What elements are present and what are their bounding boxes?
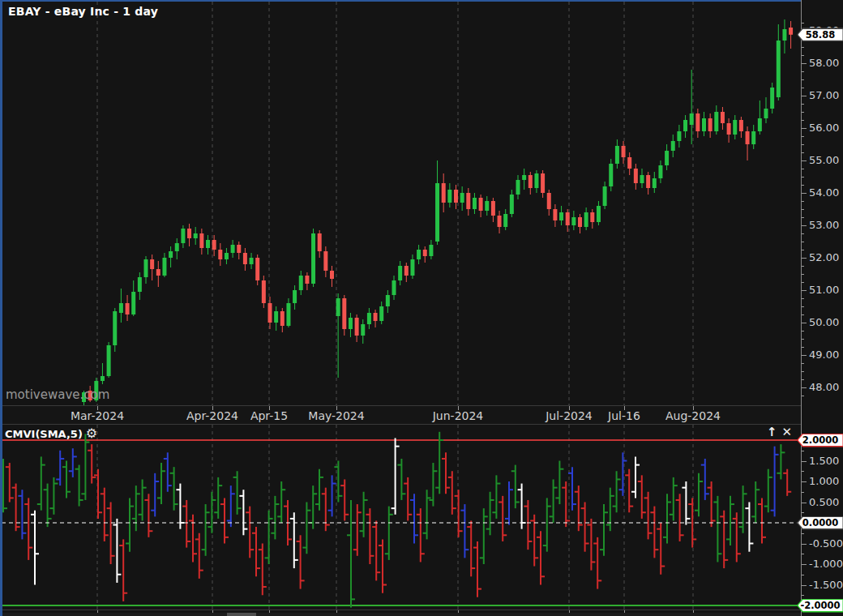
axis-tick [802,575,804,575]
candle [522,175,526,180]
axis-tick [802,492,804,493]
candle [498,216,502,227]
price-chart-pane[interactable] [2,2,801,405]
price-axis[interactable]: 58.88 2.0000 0.0000 -2.0000 59.0058.0057… [801,0,843,616]
price-axis-label: 52.00 [809,251,843,264]
axis-tick [802,314,804,315]
candle [367,313,371,324]
candle [683,120,687,131]
price-axis-label: 48.00 [809,381,843,394]
axis-tick [802,544,807,545]
candle [770,88,774,109]
candle [695,113,700,131]
candle [590,212,594,222]
x-axis-label: Aug-2024 [657,409,730,422]
candle [156,269,160,276]
time-axis[interactable]: Mar-2024Apr-2024Apr-15May-2024Jun-2024Ju… [0,405,801,425]
axis-tick [802,298,804,299]
x-axis-label: Jun-2024 [422,409,494,422]
candle [150,259,154,269]
price-axis-label: 57.00 [809,89,843,102]
candle [634,169,638,183]
lower-guide-badge: -2.0000 [797,599,843,613]
axis-tick [802,363,804,364]
candle [237,245,241,253]
move-up-icon[interactable]: ↑ [767,425,777,439]
candle [349,318,353,329]
candle [126,303,130,314]
axis-tick [802,481,807,482]
indicator-axis-label: 1.000 [809,475,843,488]
candle [690,113,694,125]
candle [777,41,781,97]
x-axis-label: Mar-2024 [61,409,134,422]
axis-tick [802,112,804,113]
candle [218,250,222,259]
candle [714,112,718,131]
candle [733,120,737,135]
candle [194,233,198,238]
candle [466,193,470,209]
candle [429,245,433,256]
price-axis-label: 54.00 [809,186,843,199]
candle [578,217,582,227]
axis-tick [802,347,804,348]
axis-tick [802,71,804,72]
indicator-series[interactable] [2,425,801,610]
candle [702,118,706,131]
candle [528,175,533,188]
axis-tick [802,451,804,451]
axis-tick [802,471,804,472]
indicator-axis-label: -1.000 [809,558,843,571]
axis-tick [802,160,807,161]
candle [454,190,458,203]
x-axis-label: Apr-15 [233,409,306,422]
candle [374,313,378,321]
candle [665,151,669,165]
candle [379,306,383,321]
axis-tick [802,258,807,259]
candle [603,186,607,206]
axis-tick [802,274,804,275]
axis-tick [802,152,804,153]
candle [764,109,768,118]
axis-tick [802,63,807,64]
axis-tick [802,461,807,462]
candle [566,212,570,225]
indicator-axis-label: -0.500 [809,537,843,550]
candle [144,259,148,277]
axis-tick [802,104,804,105]
candle [175,243,179,251]
scrollbar-thumb[interactable] [227,613,256,616]
axis-tick [802,79,804,80]
axis-tick [802,120,804,121]
candle [571,217,576,225]
candle [503,214,507,227]
candle [447,190,451,203]
candle [479,198,483,211]
candle [404,266,409,276]
settings-icon[interactable]: ⚙ [86,427,97,440]
candle [131,292,135,314]
candle [460,193,464,203]
axis-tick [802,387,807,388]
axis-tick [802,23,804,24]
price-axis-label: 50.00 [809,316,843,329]
candle [609,164,613,186]
axis-tick [802,503,807,503]
candle [727,123,731,135]
close-icon[interactable]: ✕ [782,425,793,439]
candle [318,233,322,251]
horizontal-scrollbar[interactable] [0,613,801,616]
axis-tick [802,379,804,380]
axis-tick [802,339,804,340]
axis-tick [802,225,807,226]
candle [212,240,216,250]
candle [113,311,117,345]
candle [584,212,588,227]
candle [355,318,359,336]
candlestick-series[interactable] [2,2,801,405]
candle [553,209,557,220]
candle [622,146,626,157]
indicator-panel[interactable] [2,425,801,610]
